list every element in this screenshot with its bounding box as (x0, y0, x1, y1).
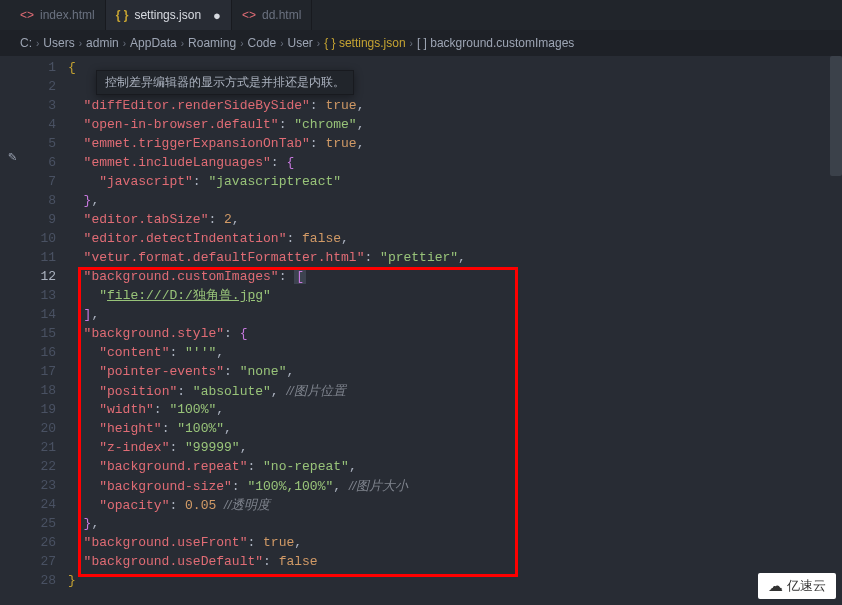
editor-area[interactable]: ✎ 1234 5678 9101112 13141516 17181920 21… (0, 56, 842, 605)
chevron-right-icon: › (79, 38, 82, 49)
code-content[interactable]: { "diffEditor.renderSideBySide": true, "… (68, 56, 842, 605)
chevron-right-icon: › (36, 38, 39, 49)
line-numbers: 1234 5678 9101112 13141516 17181920 2122… (28, 56, 68, 605)
tab-index-html[interactable]: <> index.html (10, 0, 106, 30)
chevron-right-icon: › (181, 38, 184, 49)
breadcrumb-segment[interactable]: Code (247, 36, 276, 50)
chevron-right-icon: › (317, 38, 320, 49)
watermark-badge: ☁ 亿速云 (758, 573, 836, 599)
tab-label: index.html (40, 8, 95, 22)
breadcrumb-segment[interactable]: [ ] background.customImages (417, 36, 574, 50)
breadcrumb-segment[interactable]: Roaming (188, 36, 236, 50)
margin: ✎ (0, 56, 28, 605)
breadcrumb-segment[interactable]: { } settings.json (324, 36, 405, 50)
breadcrumb-segment[interactable]: C: (20, 36, 32, 50)
json-file-icon: { } (116, 8, 129, 22)
chevron-right-icon: › (410, 38, 413, 49)
vertical-scrollbar[interactable] (830, 56, 842, 176)
html-file-icon: <> (242, 8, 256, 22)
tab-settings-json[interactable]: { } settings.json ● (106, 0, 232, 30)
html-file-icon: <> (20, 8, 34, 22)
chevron-right-icon: › (280, 38, 283, 49)
breadcrumb-segment[interactable]: admin (86, 36, 119, 50)
cloud-icon: ☁ (768, 577, 783, 595)
tab-label: dd.html (262, 8, 301, 22)
tab-bar: <> index.html { } settings.json ● <> dd.… (0, 0, 842, 30)
hover-tooltip: 控制差异编辑器的显示方式是并排还是内联。 (96, 70, 354, 95)
tab-label: settings.json (134, 8, 201, 22)
dirty-indicator[interactable]: ● (213, 8, 221, 23)
chevron-right-icon: › (123, 38, 126, 49)
breadcrumb[interactable]: C:› Users› admin› AppData› Roaming› Code… (0, 30, 842, 56)
chevron-right-icon: › (240, 38, 243, 49)
pencil-icon[interactable]: ✎ (8, 148, 16, 165)
breadcrumb-segment[interactable]: AppData (130, 36, 177, 50)
tab-dd-html[interactable]: <> dd.html (232, 0, 312, 30)
breadcrumb-segment[interactable]: User (288, 36, 313, 50)
breadcrumb-segment[interactable]: Users (43, 36, 74, 50)
watermark-text: 亿速云 (787, 577, 826, 595)
